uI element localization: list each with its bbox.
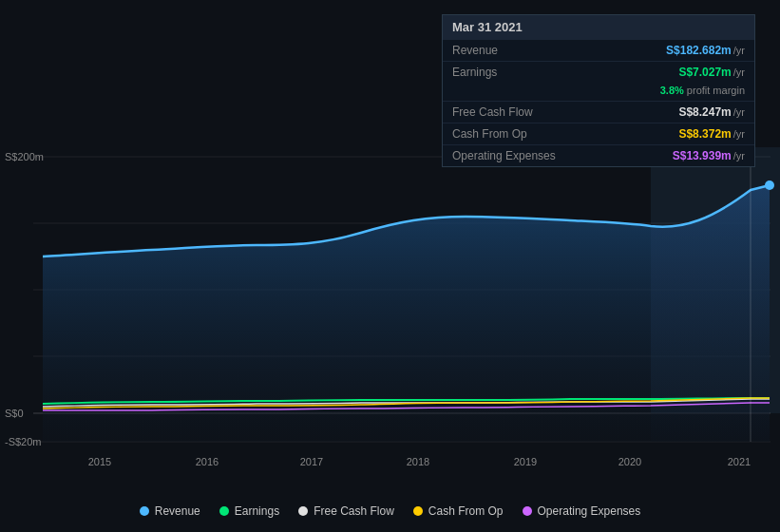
- legend-label-cashop: Cash From Op: [428, 504, 504, 518]
- profit-margin-row: 3.8% profit margin: [443, 83, 754, 101]
- svg-text:2018: 2018: [407, 456, 429, 467]
- tooltip-fcf-row: Free Cash Flow S$8.247m/yr: [443, 101, 754, 123]
- svg-text:S$200m: S$200m: [5, 151, 44, 162]
- legend-item-opex[interactable]: Operating Expenses: [523, 504, 641, 518]
- profit-margin-text: 3.8% profit margin: [660, 85, 745, 96]
- tooltip-cashop-row: Cash From Op S$8.372m/yr: [443, 123, 754, 144]
- legend-item-fcf[interactable]: Free Cash Flow: [298, 504, 394, 518]
- tooltip-opex-label: Operating Expenses: [452, 149, 556, 162]
- legend-item-cashop[interactable]: Cash From Op: [413, 504, 504, 518]
- tooltip-opex-value: S$13.939m/yr: [673, 149, 745, 162]
- legend-item-revenue[interactable]: Revenue: [140, 504, 200, 518]
- svg-text:-S$20m: -S$20m: [5, 436, 42, 447]
- tooltip-fcf-value: S$8.247m/yr: [678, 105, 745, 119]
- legend: Revenue Earnings Free Cash Flow Cash Fro…: [0, 504, 780, 518]
- svg-text:2017: 2017: [300, 456, 323, 467]
- svg-text:2019: 2019: [514, 456, 537, 467]
- legend-dot-earnings: [219, 506, 229, 516]
- legend-dot-revenue: [140, 506, 149, 516]
- legend-dot-fcf: [298, 506, 308, 516]
- svg-text:2021: 2021: [728, 456, 751, 467]
- tooltip: Mar 31 2021 Revenue S$182.682m/yr Earnin…: [442, 14, 755, 167]
- legend-label-earnings: Earnings: [235, 504, 279, 518]
- svg-text:S$0: S$0: [5, 408, 24, 419]
- legend-label-revenue: Revenue: [155, 504, 200, 518]
- tooltip-header: Mar 31 2021: [443, 15, 754, 39]
- legend-label-fcf: Free Cash Flow: [314, 504, 394, 518]
- tooltip-cashop-value: S$8.372m/yr: [678, 127, 745, 141]
- tooltip-earnings-label: Earnings: [452, 66, 497, 79]
- legend-label-opex: Operating Expenses: [538, 504, 641, 518]
- tooltip-revenue-value: S$182.682m/yr: [666, 44, 745, 57]
- tooltip-fcf-label: Free Cash Flow: [452, 105, 533, 119]
- tooltip-earnings-row: Earnings S$7.027m/yr: [443, 61, 754, 83]
- tooltip-opex-row: Operating Expenses S$13.939m/yr: [443, 144, 754, 166]
- tooltip-earnings-value: S$7.027m/yr: [678, 66, 745, 79]
- legend-item-earnings[interactable]: Earnings: [219, 504, 279, 518]
- svg-text:2020: 2020: [618, 456, 641, 467]
- tooltip-revenue-label: Revenue: [452, 44, 498, 57]
- chart-container: Mar 31 2021 Revenue S$182.682m/yr Earnin…: [0, 0, 780, 532]
- svg-text:2015: 2015: [88, 456, 111, 467]
- tooltip-revenue-row: Revenue S$182.682m/yr: [443, 39, 754, 61]
- svg-point-9: [765, 180, 774, 190]
- legend-dot-opex: [523, 506, 532, 516]
- legend-dot-cashop: [413, 506, 423, 516]
- svg-text:2016: 2016: [196, 456, 219, 467]
- tooltip-cashop-label: Cash From Op: [452, 127, 527, 141]
